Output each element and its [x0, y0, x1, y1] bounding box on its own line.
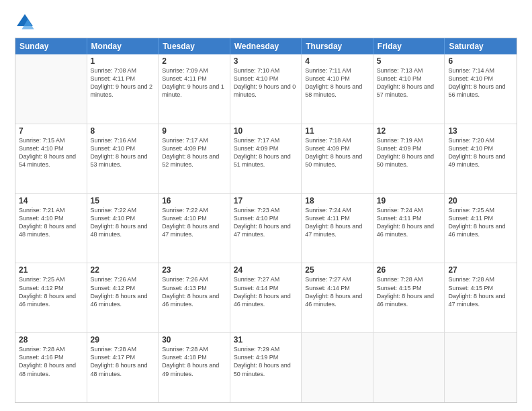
cell-details: Sunrise: 7:26 AMSunset: 4:12 PMDaylight:…: [91, 275, 155, 308]
cal-cell: 17Sunrise: 7:23 AMSunset: 4:10 PMDayligh…: [230, 194, 302, 263]
cal-cell: 5Sunrise: 7:13 AMSunset: 4:10 PMDaylight…: [373, 54, 445, 124]
cell-details: Sunrise: 7:11 AMSunset: 4:10 PMDaylight:…: [305, 66, 369, 99]
cell-details: Sunrise: 7:14 AMSunset: 4:10 PMDaylight:…: [448, 66, 513, 99]
logo-icon: [15, 12, 35, 32]
day-number: 22: [91, 265, 155, 275]
cal-cell: 4Sunrise: 7:11 AMSunset: 4:10 PMDaylight…: [302, 54, 373, 124]
calendar-row-2: 14Sunrise: 7:21 AMSunset: 4:10 PMDayligh…: [15, 194, 517, 264]
day-number: 20: [448, 196, 513, 205]
header: [15, 12, 517, 32]
cal-cell: 13Sunrise: 7:20 AMSunset: 4:10 PMDayligh…: [445, 124, 517, 193]
cal-cell: 23Sunrise: 7:26 AMSunset: 4:13 PMDayligh…: [159, 263, 230, 332]
cell-details: Sunrise: 7:28 AMSunset: 4:18 PMDaylight:…: [162, 345, 226, 378]
day-number: 19: [377, 196, 441, 205]
cal-cell: 10Sunrise: 7:17 AMSunset: 4:09 PMDayligh…: [230, 124, 302, 193]
cell-details: Sunrise: 7:19 AMSunset: 4:09 PMDaylight:…: [377, 136, 441, 169]
cell-details: Sunrise: 7:22 AMSunset: 4:10 PMDaylight:…: [162, 206, 226, 239]
cell-details: Sunrise: 7:22 AMSunset: 4:10 PMDaylight:…: [91, 206, 155, 239]
cal-cell: 27Sunrise: 7:28 AMSunset: 4:15 PMDayligh…: [445, 263, 517, 332]
day-number: 12: [377, 126, 441, 136]
cell-details: Sunrise: 7:21 AMSunset: 4:10 PMDaylight:…: [19, 206, 83, 239]
page: SundayMondayTuesdayWednesdayThursdayFrid…: [0, 0, 532, 411]
cell-details: Sunrise: 7:15 AMSunset: 4:10 PMDaylight:…: [19, 136, 83, 169]
cell-details: Sunrise: 7:09 AMSunset: 4:11 PMDaylight:…: [162, 66, 226, 99]
cal-cell: 26Sunrise: 7:28 AMSunset: 4:15 PMDayligh…: [373, 263, 445, 332]
cell-details: Sunrise: 7:18 AMSunset: 4:09 PMDaylight:…: [305, 136, 369, 169]
day-number: 16: [162, 196, 226, 205]
cal-cell: 2Sunrise: 7:09 AMSunset: 4:11 PMDaylight…: [159, 54, 230, 124]
day-number: 14: [19, 196, 83, 205]
day-number: 28: [19, 335, 83, 345]
header-day-tuesday: Tuesday: [159, 38, 230, 54]
cell-details: Sunrise: 7:26 AMSunset: 4:13 PMDaylight:…: [162, 275, 226, 308]
day-number: 4: [305, 56, 369, 66]
cal-cell: 7Sunrise: 7:15 AMSunset: 4:10 PMDaylight…: [15, 124, 87, 193]
calendar-row-0: 1Sunrise: 7:08 AMSunset: 4:11 PMDaylight…: [15, 54, 517, 124]
cal-cell: [15, 54, 87, 124]
cal-cell: 29Sunrise: 7:28 AMSunset: 4:17 PMDayligh…: [87, 333, 159, 402]
cal-cell: 9Sunrise: 7:17 AMSunset: 4:09 PMDaylight…: [159, 124, 230, 193]
cell-details: Sunrise: 7:24 AMSunset: 4:11 PMDaylight:…: [377, 206, 441, 239]
day-number: 6: [448, 56, 513, 66]
header-day-saturday: Saturday: [445, 38, 517, 54]
cal-cell: 19Sunrise: 7:24 AMSunset: 4:11 PMDayligh…: [373, 194, 445, 263]
calendar: SundayMondayTuesdayWednesdayThursdayFrid…: [15, 38, 517, 403]
day-number: 3: [234, 56, 298, 66]
cell-details: Sunrise: 7:17 AMSunset: 4:09 PMDaylight:…: [234, 136, 298, 169]
cell-details: Sunrise: 7:28 AMSunset: 4:17 PMDaylight:…: [91, 345, 155, 378]
day-number: 8: [91, 126, 155, 136]
cell-details: Sunrise: 7:08 AMSunset: 4:11 PMDaylight:…: [91, 66, 155, 99]
cal-cell: 8Sunrise: 7:16 AMSunset: 4:10 PMDaylight…: [87, 124, 159, 193]
calendar-row-1: 7Sunrise: 7:15 AMSunset: 4:10 PMDaylight…: [15, 124, 517, 194]
day-number: 5: [377, 56, 441, 66]
day-number: 15: [91, 196, 155, 205]
day-number: 9: [162, 126, 226, 136]
cal-cell: 24Sunrise: 7:27 AMSunset: 4:14 PMDayligh…: [230, 263, 302, 332]
header-day-monday: Monday: [87, 38, 159, 54]
cell-details: Sunrise: 7:23 AMSunset: 4:10 PMDaylight:…: [234, 206, 298, 239]
cal-cell: [373, 333, 445, 402]
day-number: 24: [234, 265, 298, 275]
day-number: 21: [19, 265, 83, 275]
cal-cell: 11Sunrise: 7:18 AMSunset: 4:09 PMDayligh…: [302, 124, 373, 193]
cal-cell: 3Sunrise: 7:10 AMSunset: 4:10 PMDaylight…: [230, 54, 302, 124]
calendar-row-4: 28Sunrise: 7:28 AMSunset: 4:16 PMDayligh…: [15, 333, 517, 402]
day-number: 26: [377, 265, 441, 275]
cell-details: Sunrise: 7:27 AMSunset: 4:14 PMDaylight:…: [234, 275, 298, 308]
cal-cell: 31Sunrise: 7:29 AMSunset: 4:19 PMDayligh…: [230, 333, 302, 402]
day-number: 7: [19, 126, 83, 136]
cell-details: Sunrise: 7:28 AMSunset: 4:15 PMDaylight:…: [448, 275, 513, 308]
cal-cell: 30Sunrise: 7:28 AMSunset: 4:18 PMDayligh…: [159, 333, 230, 402]
cell-details: Sunrise: 7:20 AMSunset: 4:10 PMDaylight:…: [448, 136, 513, 169]
day-number: 27: [448, 265, 513, 275]
cal-cell: 1Sunrise: 7:08 AMSunset: 4:11 PMDaylight…: [87, 54, 159, 124]
logo: [15, 12, 38, 32]
cell-details: Sunrise: 7:29 AMSunset: 4:19 PMDaylight:…: [234, 345, 298, 378]
day-number: 25: [305, 265, 369, 275]
header-day-wednesday: Wednesday: [230, 38, 302, 54]
header-day-sunday: Sunday: [15, 38, 87, 54]
cal-cell: 6Sunrise: 7:14 AMSunset: 4:10 PMDaylight…: [445, 54, 517, 124]
calendar-header: SundayMondayTuesdayWednesdayThursdayFrid…: [15, 38, 517, 54]
cal-cell: 16Sunrise: 7:22 AMSunset: 4:10 PMDayligh…: [159, 194, 230, 263]
cell-details: Sunrise: 7:24 AMSunset: 4:11 PMDaylight:…: [305, 206, 369, 239]
cal-cell: [302, 333, 373, 402]
cell-details: Sunrise: 7:10 AMSunset: 4:10 PMDaylight:…: [234, 66, 298, 99]
cal-cell: 12Sunrise: 7:19 AMSunset: 4:09 PMDayligh…: [373, 124, 445, 193]
cell-details: Sunrise: 7:25 AMSunset: 4:11 PMDaylight:…: [448, 206, 513, 239]
day-number: 2: [162, 56, 226, 66]
day-number: 31: [234, 335, 298, 345]
day-number: 1: [91, 56, 155, 66]
header-day-friday: Friday: [373, 38, 445, 54]
cal-cell: 15Sunrise: 7:22 AMSunset: 4:10 PMDayligh…: [87, 194, 159, 263]
cal-cell: 21Sunrise: 7:25 AMSunset: 4:12 PMDayligh…: [15, 263, 87, 332]
day-number: 10: [234, 126, 298, 136]
calendar-body: 1Sunrise: 7:08 AMSunset: 4:11 PMDaylight…: [15, 54, 517, 402]
day-number: 13: [448, 126, 513, 136]
cell-details: Sunrise: 7:17 AMSunset: 4:09 PMDaylight:…: [162, 136, 226, 169]
cell-details: Sunrise: 7:13 AMSunset: 4:10 PMDaylight:…: [377, 66, 441, 99]
cal-cell: 28Sunrise: 7:28 AMSunset: 4:16 PMDayligh…: [15, 333, 87, 402]
cal-cell: 20Sunrise: 7:25 AMSunset: 4:11 PMDayligh…: [445, 194, 517, 263]
day-number: 11: [305, 126, 369, 136]
header-day-thursday: Thursday: [302, 38, 373, 54]
